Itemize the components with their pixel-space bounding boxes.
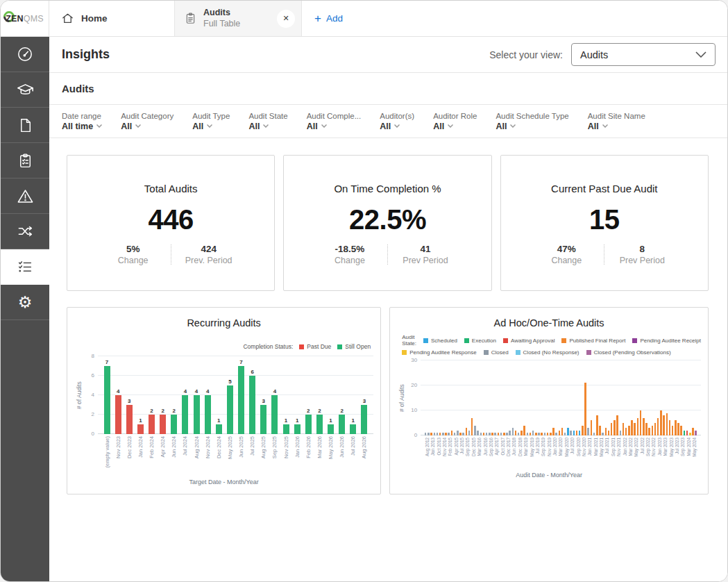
legend-title: Audit State: (402, 334, 416, 347)
x-tick: Mar 2023 (663, 438, 668, 470)
sidebar-item-workflows[interactable] (1, 214, 49, 249)
legend-row: Pending Auditee ResponseClosedClosed (No… (402, 349, 701, 356)
sidebar-item-dashboard[interactable] (1, 37, 49, 72)
x-tick: Nov 2024 (202, 436, 213, 477)
bar (260, 405, 266, 434)
legend-item: Awaiting Approval (503, 338, 555, 344)
bar (137, 424, 144, 434)
x-axis-title: Audit Date - Month/Year (397, 472, 701, 479)
x-tick: Dec 2023 (124, 436, 135, 477)
x-tick-label: May 2019 (530, 438, 534, 457)
bar (657, 418, 659, 435)
filter-value-dropdown[interactable]: All (588, 122, 645, 131)
filter-value-dropdown[interactable]: All time (62, 122, 102, 131)
sidebar-item-issues[interactable] (1, 178, 49, 214)
bar-value-label: 3 (363, 398, 366, 404)
chart-title: Ad Hoc/One-Time Audits (397, 317, 701, 329)
bar (660, 410, 662, 435)
bar (527, 433, 529, 435)
filter-value: All (307, 122, 318, 131)
dashboard-content: Total Audits 446 5% Change 424 Prev. Per… (49, 138, 727, 582)
filter-value-dropdown[interactable]: All (496, 122, 568, 131)
filter-value-dropdown[interactable]: All (192, 122, 230, 131)
x-tick: Sep 2021 (610, 438, 616, 470)
filter-value-dropdown[interactable]: All (433, 122, 477, 131)
kpi-change-value: 47% (539, 244, 593, 254)
x-tick: Jan 2020 (552, 438, 557, 470)
tab-home[interactable]: Home (49, 1, 174, 36)
bar (445, 433, 447, 435)
filter-value-dropdown[interactable]: All (248, 122, 287, 131)
x-tick: Dec 2015 (471, 438, 476, 470)
insights-header: Insights Select your view: Audits (49, 37, 727, 73)
bar (692, 428, 694, 435)
x-tick: Nov 2022 (651, 438, 657, 470)
sidebar-item-insights[interactable] (1, 249, 49, 285)
bar (555, 433, 557, 435)
tab-audits-full-table[interactable]: Audits Full Table ✕ (174, 1, 302, 36)
bar (538, 433, 540, 435)
x-tick-label: Jan 2023 (657, 438, 662, 456)
bar-value-label: 2 (318, 408, 321, 414)
bar (520, 431, 523, 435)
bar (547, 433, 549, 435)
bar (506, 433, 508, 435)
bar-column: 4 (269, 356, 280, 434)
kpi-prev-period: 8 Prev Period (615, 244, 669, 265)
bar (316, 415, 323, 434)
bar (561, 428, 564, 435)
legend-swatch (464, 338, 469, 343)
x-tick: Jul 2023 (674, 438, 679, 470)
sidebar-nav: ⚙ (1, 37, 49, 582)
bar-value-label: 3 (262, 398, 265, 404)
kpi-prev-label: Prev Period (615, 256, 669, 265)
x-tick-label: Aug 2024 (194, 436, 200, 458)
x-tick: Jan 2013 (430, 438, 436, 470)
logo-box: ZENQMS (1, 1, 49, 36)
filter-value-dropdown[interactable]: All (380, 122, 414, 131)
chevron-down-icon (510, 124, 516, 128)
x-tick-label: Nov 2021 (616, 438, 621, 456)
sidebar-item-settings[interactable]: ⚙ (1, 285, 49, 320)
x-tick-label: Jun 2025 (238, 436, 244, 458)
kpi-title: Total Audits (144, 183, 198, 194)
bar (512, 428, 514, 435)
sidebar-item-audits[interactable] (1, 143, 49, 178)
bar (680, 426, 682, 435)
bar-value-label: 2 (340, 408, 343, 414)
x-tick-label: Sep 2016 (489, 438, 493, 456)
kpi-change: 47% Change (539, 244, 593, 265)
bar (361, 405, 367, 434)
bar-value-label: 1 (139, 417, 142, 424)
filter-audit-state: Audit State All (248, 112, 287, 131)
x-tick-label: Feb 2015 (448, 438, 452, 456)
chevron-down-icon (321, 124, 327, 128)
filter-date-range: Date range All time (62, 112, 102, 131)
bar-column: 1 (135, 356, 146, 434)
legend-swatch (503, 338, 508, 343)
close-tab-icon[interactable]: ✕ (277, 10, 295, 28)
x-tick: Nov 2020 (581, 438, 586, 470)
adhoc-bars (421, 360, 701, 435)
x-tick-label: Apr 2024 (160, 436, 166, 457)
legend-swatch (299, 344, 304, 349)
bar (576, 431, 578, 435)
x-tick-label: Jan 2021 (587, 438, 592, 456)
kpi-change-label: Change (106, 256, 160, 265)
add-tab-button[interactable]: + Add (302, 1, 343, 36)
bar (648, 428, 650, 435)
filter-value-dropdown[interactable]: All (121, 122, 173, 131)
filter-value: All (380, 122, 391, 131)
filter-label: Auditor(s) (380, 112, 414, 120)
legend-item: Scheduled (423, 338, 457, 344)
bar (471, 418, 473, 435)
bar (616, 415, 618, 435)
x-tick: Jul 2022 (639, 438, 645, 470)
x-tick: Jun 2025 (236, 436, 247, 477)
bar-value-label: 1 (296, 417, 298, 424)
filter-value-dropdown[interactable]: All (307, 122, 362, 131)
sidebar-item-documents[interactable] (1, 108, 49, 143)
view-select-dropdown[interactable]: Audits (571, 43, 716, 66)
chevron-down-icon (448, 124, 453, 128)
sidebar-item-training[interactable] (1, 72, 49, 108)
